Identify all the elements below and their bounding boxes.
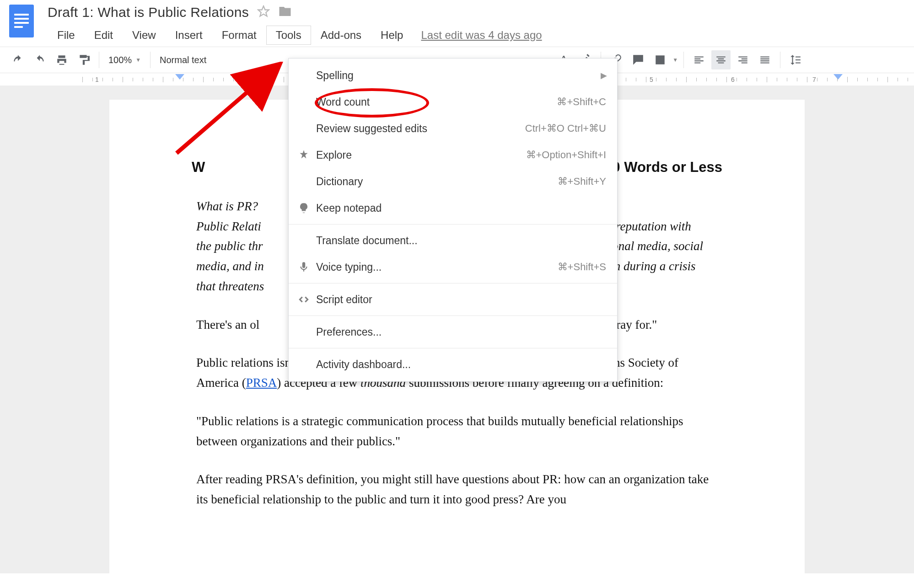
document-title[interactable]: Draft 1: What is Public Relations [48,5,249,20]
indent-marker-right[interactable] [833,74,843,80]
insert-image-button[interactable] [651,50,670,69]
svg-marker-0 [258,6,269,16]
dd-keep-notepad[interactable]: Keep notepad [289,195,617,221]
dd-translate[interactable]: Translate document... [289,227,617,254]
dd-activity-dashboard[interactable]: Activity dashboard... [289,351,617,378]
print-button[interactable] [52,50,71,69]
redo-button[interactable] [30,50,49,69]
paragraph-5: After reading PRSA's definition, you mig… [196,470,718,509]
paragraph-4: "Public relations is a strategic communi… [196,412,718,451]
dd-review-suggested-edits[interactable]: Review suggested editsCtrl+⌘O Ctrl+⌘U [289,115,617,142]
dd-dictionary[interactable]: Dictionary⌘+Shift+Y [289,168,617,195]
last-edit-link[interactable]: Last edit was 4 days ago [421,29,542,42]
menu-file[interactable]: File [48,26,85,45]
ruler-number: 5 [650,76,653,83]
bulb-icon [297,201,311,215]
folder-icon[interactable] [278,5,292,20]
paint-format-button[interactable] [74,50,93,69]
align-left-button[interactable] [689,50,709,69]
separator [289,315,617,316]
mic-icon [297,260,311,274]
code-icon [297,293,311,306]
separator [289,283,617,283]
menu-edit[interactable]: Edit [85,26,123,45]
line-spacing-button[interactable] [786,50,805,69]
align-center-button[interactable] [711,50,731,69]
menu-help[interactable]: Help [371,26,413,45]
dd-word-count[interactable]: Word count⌘+Shift+C [289,89,617,115]
explore-icon [297,148,311,162]
star-icon[interactable] [257,5,270,20]
dd-spelling[interactable]: Spelling▶ [289,62,617,89]
styles-select[interactable]: Normal text [156,55,210,65]
menu-tools[interactable]: Tools [266,26,311,45]
tools-dropdown: Spelling▶ Word count⌘+Shift+C Review sug… [288,58,618,382]
insert-comment-button[interactable] [629,50,648,69]
menu-addons[interactable]: Add-ons [311,26,371,45]
docs-logo-icon[interactable] [9,5,34,37]
undo-button[interactable] [8,50,27,69]
menu-insert[interactable]: Insert [166,26,212,45]
zoom-select[interactable]: 100%▼ [105,55,145,65]
dd-script-editor[interactable]: Script editor [289,286,617,313]
prsa-link[interactable]: PRSA [246,376,277,390]
align-justify-button[interactable] [755,50,774,69]
separator [289,224,617,225]
ruler-number: 1 [95,76,99,83]
dd-explore[interactable]: Explore⌘+Option+Shift+I [289,142,617,168]
chevron-right-icon: ▶ [601,70,607,80]
menubar: File Edit View Insert Format Tools Add-o… [48,26,542,45]
dd-voice-typing[interactable]: Voice typing...⌘+Shift+S [289,254,617,280]
ruler-number: 7 [812,76,816,83]
menu-view[interactable]: View [123,26,166,45]
separator [289,348,617,348]
dd-preferences[interactable]: Preferences... [289,319,617,345]
header: Draft 1: What is Public Relations File E… [0,0,914,45]
menu-format[interactable]: Format [212,26,266,45]
ruler-number: 6 [731,76,735,83]
align-right-button[interactable] [733,50,753,69]
